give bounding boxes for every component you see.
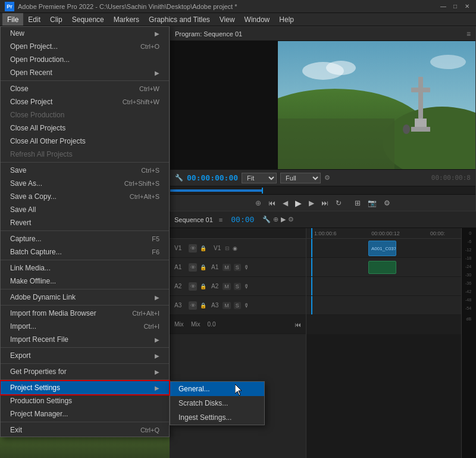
menu-exit[interactable]: Exit Ctrl+Q [1, 423, 169, 437]
svg-rect-7 [418, 77, 423, 119]
settings2-icon[interactable]: ⚙ [383, 198, 392, 208]
menu-save-copy[interactable]: Save a Copy... Ctrl+Alt+S [1, 190, 169, 203]
wrench-icon[interactable]: 🔧 [175, 174, 183, 182]
menu-get-properties[interactable]: Get Properties for ▶ [1, 365, 169, 378]
settings-icon[interactable]: ⚙ [324, 174, 330, 182]
a1-clip[interactable] [368, 261, 396, 274]
quality-dropdown[interactable]: Full Half Quarter [280, 173, 321, 183]
a1-s-button[interactable]: S [234, 264, 241, 271]
menu-view[interactable]: View [215, 13, 240, 26]
menu-close-all-projects[interactable]: Close All Projects [1, 121, 169, 135]
safe-margins-button[interactable]: ⊞ [353, 198, 362, 208]
menu-import-media-browser[interactable]: Import from Media Browser Ctrl+Alt+I [1, 307, 169, 320]
menu-sequence[interactable]: Sequence [67, 13, 109, 26]
loop-button[interactable]: ↻ [334, 198, 343, 208]
close-button[interactable]: ✕ [463, 2, 471, 11]
timeline-tool-4[interactable]: ⚙ [288, 216, 294, 223]
menu-close-project[interactable]: Close Project Ctrl+Shift+W [1, 95, 169, 108]
menu-edit[interactable]: Edit [23, 13, 45, 26]
menu-graphics[interactable]: Graphics and Titles [144, 13, 215, 26]
arrow-icon: ▶ [155, 337, 159, 343]
program-monitor-header: Program: Sequence 01 ≡ [170, 27, 475, 41]
menu-close-other-projects[interactable]: Close All Other Projects [1, 135, 169, 148]
program-monitor-menu-icon[interactable]: ≡ [466, 30, 471, 38]
ruler-mark-2: 00:00:00:12 [371, 230, 400, 236]
menu-revert[interactable]: Revert [1, 216, 169, 229]
a2-playhead [311, 277, 312, 295]
menu-project-settings[interactable]: Project Settings ▶ [1, 381, 169, 394]
menu-project-manager[interactable]: Project Manager... [1, 407, 169, 420]
play-button[interactable]: ▶ [294, 197, 303, 209]
menu-save-as[interactable]: Save As... Ctrl+Shift+S [1, 177, 169, 190]
divider [1, 363, 169, 364]
window-controls[interactable]: — □ ✕ [439, 2, 471, 11]
divider [1, 422, 169, 422]
step-back-button[interactable]: ◀ [281, 198, 289, 208]
menu-new[interactable]: New ▶ [1, 27, 169, 40]
left-panel: New ▶ Open Project... Ctrl+O Open Produc… [0, 26, 170, 458]
a1-eye-button[interactable]: 👁 [189, 263, 197, 272]
menu-window[interactable]: Window [240, 13, 275, 26]
v1-eye-button[interactable]: 👁 [189, 244, 197, 253]
skip-forward-button[interactable]: ⏭ [320, 198, 330, 208]
add-marker-button[interactable]: ⊕ [254, 198, 262, 208]
menu-import-recent[interactable]: Import Recent File ▶ [1, 333, 169, 346]
timecode-right: 00:00:00:8 [431, 174, 471, 182]
menu-make-offline[interactable]: Make Offline... [1, 275, 169, 288]
submenu-item-scratch-disks[interactable]: Scratch Disks... [170, 396, 264, 410]
fit-dropdown[interactable]: Fit 25% 50% 100% [242, 173, 277, 183]
a3-eye-button[interactable]: 👁 [189, 301, 197, 310]
playback-controls: ⊕ ⏮ ◀ ▶ ▶ ⏭ ↻ ⊞ 📷 ⚙ [170, 194, 475, 211]
menu-production-settings[interactable]: Production Settings [1, 394, 169, 407]
menu-open-project[interactable]: Open Project... Ctrl+O [1, 40, 169, 53]
video-clip[interactable]: A001_C037_0921FG [368, 241, 396, 256]
a2-m-button[interactable]: M [223, 283, 231, 290]
submenu-item-general[interactable]: General... [170, 382, 264, 396]
menu-clip[interactable]: Clip [45, 13, 67, 26]
timeline-tool-2[interactable]: ⊕ [273, 216, 278, 223]
step-forward-button[interactable]: ▶ [308, 198, 315, 208]
menu-batch-capture[interactable]: Batch Capture... F6 [1, 245, 169, 258]
a2-eye-button[interactable]: 👁 [189, 282, 197, 291]
a1-lock-button[interactable]: 🔒 [199, 263, 207, 272]
maximize-button[interactable]: □ [451, 2, 459, 11]
menu-help[interactable]: Help [274, 13, 299, 26]
a1-m-button[interactable]: M [223, 264, 231, 271]
v1-lock-button[interactable]: 🔒 [199, 244, 207, 253]
export-frame-button[interactable]: 📷 [367, 198, 378, 208]
v1-sync-button[interactable]: ⊟ [225, 245, 230, 251]
program-monitor-title: Program: Sequence 01 [175, 30, 242, 38]
menu-capture[interactable]: Capture... F5 [1, 232, 169, 245]
menu-dynamic-link[interactable]: Adobe Dynamic Link ▶ [1, 291, 169, 304]
menu-open-production[interactable]: Open Production... [1, 53, 169, 66]
menu-markers[interactable]: Markers [109, 13, 144, 26]
a3-m-button[interactable]: M [223, 302, 231, 309]
menu-import[interactable]: Import... Ctrl+I [1, 320, 169, 333]
menu-open-recent[interactable]: Open Recent ▶ [1, 66, 169, 79]
vu-scale: 0 -6 -12 -18 -24 -30 -36 -42 -48 -54 dB [465, 228, 472, 323]
a3-lock-button[interactable]: 🔒 [199, 301, 207, 310]
skip-back-button[interactable]: ⏮ [267, 198, 277, 208]
monitor-scrubber[interactable] [170, 186, 475, 194]
a2-s-button[interactable]: S [234, 283, 241, 290]
a3-mic-icon: 🎙 [244, 303, 249, 309]
timeline-tool-1[interactable]: 🔧 [262, 216, 271, 223]
a2-lock-button[interactable]: 🔒 [199, 282, 207, 291]
menu-save[interactable]: Save Ctrl+S [1, 164, 169, 177]
a1-label: A1 [211, 264, 218, 270]
minimize-button[interactable]: — [439, 2, 447, 11]
title-bar: Pr Adobe Premiere Pro 2022 - C:\Users\Sa… [0, 0, 476, 13]
sequence-menu-icon[interactable]: ≡ [219, 216, 223, 223]
mix-rewind-icon[interactable]: ⏮ [295, 321, 301, 328]
v1-target-button[interactable]: ◉ [233, 245, 237, 251]
submenu-item-ingest-settings[interactable]: Ingest Settings... [170, 410, 264, 425]
menu-export[interactable]: Export ▶ [1, 349, 169, 362]
menu-file[interactable]: File [2, 13, 23, 26]
menu-close[interactable]: Close Ctrl+W [1, 82, 169, 95]
menu-link-media[interactable]: Link Media... [1, 261, 169, 275]
a3-s-button[interactable]: S [234, 302, 241, 309]
menu-save-all[interactable]: Save All [1, 203, 169, 216]
timeline-tool-3[interactable]: ▶ [281, 216, 286, 223]
mix-track-content [306, 315, 461, 334]
arrow-icon: ▶ [155, 70, 159, 76]
